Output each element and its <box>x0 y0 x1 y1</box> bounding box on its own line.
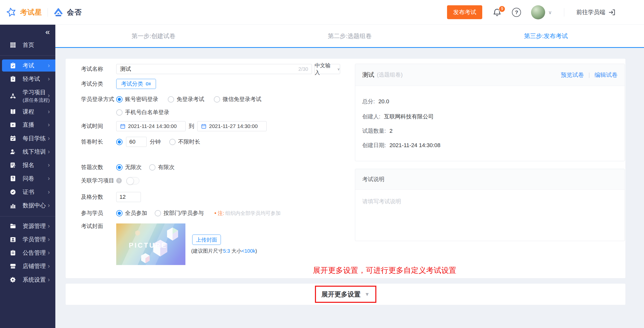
radio-icon[interactable] <box>149 164 155 171</box>
linked-project-toggle[interactable] <box>126 177 139 184</box>
radio-limited-duration[interactable] <box>116 139 123 145</box>
partner-logo-icon <box>53 8 63 17</box>
sidebar-item-announcement-mgmt[interactable]: 公告管理 › <box>0 247 55 259</box>
avatar[interactable] <box>531 5 545 19</box>
input-language-select[interactable]: 中文输入 ∨ <box>314 64 340 74</box>
notification-bell-icon[interactable]: 9 <box>492 8 502 17</box>
duration-minutes-input[interactable] <box>126 137 147 147</box>
radio-account-password[interactable]: 账号密码登录 <box>116 95 158 103</box>
chevron-down-icon: ∨ <box>548 9 552 15</box>
student-portal-link[interactable]: 前往学员端 <box>576 8 616 16</box>
radio-limited-attempts[interactable]: 有限次 <box>149 163 175 171</box>
top-actions: 发布考试 9 ? ∨ 前往学员端 <box>447 5 644 19</box>
expand-settings-strip: 展开更多设置 ▼ <box>66 284 625 305</box>
exam-cover-image: PICTURE <box>116 223 185 265</box>
exam-name-input[interactable] <box>120 66 296 72</box>
category-picker-button[interactable]: 考试分类 <box>116 79 156 89</box>
calendar-icon <box>201 123 207 129</box>
sidebar-item-course[interactable]: 课程 › <box>0 106 55 118</box>
radio-wechat-no-login[interactable]: 微信免登录考试 <box>214 95 261 103</box>
brand-name: 考试星 <box>20 8 42 17</box>
clipboard-lines-icon <box>9 249 17 256</box>
step-publish-exam[interactable]: 第三步:发布考试 <box>448 25 644 47</box>
top-divider <box>564 8 564 17</box>
help-icon[interactable]: ? <box>512 8 521 17</box>
paper-title: 测试 <box>362 71 374 79</box>
form-row-participants: 参与学员 全员参加 按部门/学员参与 • 注: 组织内全部学员均可参加 <box>81 208 280 218</box>
storefront-icon <box>9 263 17 270</box>
sidebar-item-resource-mgmt[interactable]: 资源管理 › <box>0 220 55 232</box>
chevron-right-icon: › <box>48 250 50 256</box>
step-create-paper[interactable]: 第一步:创建试卷 <box>55 25 252 47</box>
radio-icon[interactable] <box>116 164 123 171</box>
folder-icon <box>9 223 17 229</box>
user-menu[interactable]: ∨ <box>531 5 552 19</box>
sidebar-item-light-exam[interactable]: 轻考试 › <box>0 73 55 85</box>
expand-more-settings-button[interactable]: 展开更多设置 ▼ <box>321 290 370 299</box>
radio-all-participants[interactable]: 全员参加 <box>116 209 147 217</box>
edit-paper-link[interactable]: 编辑试卷 <box>594 71 618 79</box>
total-score-row: 总分: 20.0 <box>362 98 389 105</box>
radio-icon[interactable] <box>116 96 123 103</box>
question-help-icon[interactable]: ? <box>116 178 122 183</box>
publish-exam-button[interactable]: 发布考试 <box>447 5 482 19</box>
radio-no-login[interactable]: 免登录考试 <box>168 95 204 103</box>
exam-settings-card: 考试名称 2/30 中文输入 ∨ 考试分类 考试分类 学员登录方式 账号密码 <box>66 59 625 278</box>
sidebar: « 首页 考试 › 轻考试 › 学习项目 (原任务流程) › <box>0 25 55 328</box>
paper-summary-header: 测试 (选题组卷) 预览试卷 | 编辑试卷 <box>355 64 625 86</box>
radio-phone-whitelist[interactable]: 手机号白名单登录 <box>116 109 169 116</box>
radio-icon[interactable] <box>168 96 174 103</box>
radio-by-department[interactable]: 按部门/学员参与 <box>155 209 204 217</box>
sidebar-item-live[interactable]: 直播 › <box>0 119 55 131</box>
preview-paper-link[interactable]: 预览试卷 <box>561 71 584 79</box>
sidebar-item-exam[interactable]: 考试 › <box>2 59 55 72</box>
login-method-label: 学员登录方式 <box>81 95 116 103</box>
end-datetime-input[interactable]: 2021-11-27 14:30:00 <box>197 121 267 131</box>
grid-icon <box>9 42 17 48</box>
sidebar-item-system-settings[interactable]: 系统设置 › <box>0 274 55 286</box>
radio-icon[interactable] <box>155 210 161 216</box>
sidebar-item-student-mgmt[interactable]: 学员管理 › <box>0 233 55 245</box>
cube-shape <box>140 253 150 265</box>
sidebar-collapse-icon[interactable]: « <box>45 28 50 36</box>
sidebar-item-certificate[interactable]: 证书 › <box>0 186 55 198</box>
participants-note: • 注: 组织内全部学员均可参加 <box>214 210 280 217</box>
upload-cover-button[interactable]: 上传封面 <box>192 235 221 245</box>
chevron-right-icon: › <box>48 223 50 229</box>
pass-score-input[interactable] <box>116 192 141 202</box>
sidebar-item-offline-training[interactable]: 线下培训 › <box>0 146 55 158</box>
form-row-exam-name: 考试名称 2/30 中文输入 ∨ <box>81 64 340 74</box>
radio-icon[interactable] <box>169 139 176 145</box>
sidebar-item-data-center[interactable]: 数据中心 › <box>0 199 55 211</box>
attempts-label: 答题次数 <box>81 163 116 171</box>
form-row-duration: 答卷时长 分钟 不限时长 <box>81 137 210 147</box>
chevron-right-icon: › <box>48 92 50 99</box>
badge-icon <box>9 189 17 195</box>
sidebar-item-learning-project[interactable]: 学习项目 (原任务流程) › <box>0 86 55 106</box>
radio-icon[interactable] <box>214 96 220 103</box>
sidebar-item-home[interactable]: 首页 <box>0 39 55 51</box>
exam-name-field[interactable]: 2/30 <box>116 64 312 74</box>
radio-icon[interactable] <box>116 109 123 116</box>
participants-label: 参与学员 <box>81 209 116 217</box>
id-card-icon <box>9 236 17 243</box>
to-label: 到 <box>189 122 194 130</box>
radio-unlimited-duration[interactable]: 不限时长 <box>169 138 200 146</box>
brand-divider <box>48 8 48 17</box>
chevron-right-icon: › <box>48 189 50 195</box>
chevron-right-icon: › <box>48 236 50 242</box>
sidebar-item-shop-mgmt[interactable]: 店铺管理 › <box>0 260 55 272</box>
start-datetime-input[interactable]: 2021-11-24 14:30:00 <box>116 121 186 131</box>
document-pen-icon <box>9 162 17 169</box>
step-select-questions[interactable]: 第二步:选题组卷 <box>252 25 448 47</box>
sidebar-item-daily-practice[interactable]: 每日学练 › <box>0 132 55 144</box>
chevron-right-icon: › <box>48 122 50 128</box>
radio-icon[interactable] <box>116 210 123 216</box>
note-dot-icon: • <box>214 210 216 216</box>
sidebar-item-questionnaire[interactable]: 问卷 › <box>0 172 55 184</box>
sidebar-item-registration[interactable]: 报名 › <box>0 159 55 171</box>
partner-name: 会否 <box>67 8 82 17</box>
chevron-right-icon: › <box>48 263 50 269</box>
exam-notice-placeholder[interactable]: 请填写考试说明 <box>355 190 625 213</box>
radio-unlimited-attempts[interactable]: 无限次 <box>116 163 142 171</box>
